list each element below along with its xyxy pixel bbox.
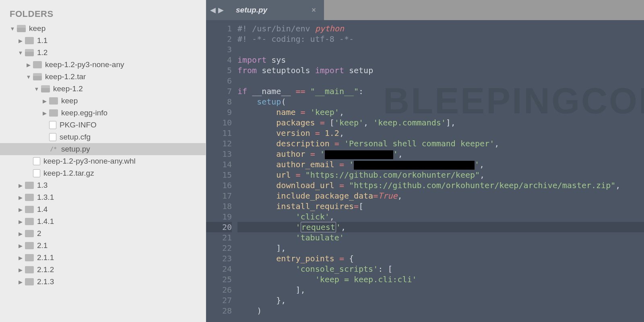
tree-item-1-2[interactable]: 1.2 [0,47,206,59]
code-text: request [301,222,336,232]
disclosure-arrow-icon[interactable] [10,26,15,31]
line-number[interactable]: 14 [206,159,232,170]
line-number[interactable]: 6 [206,76,232,86]
disclosure-arrow-icon[interactable] [18,267,23,273]
code-body[interactable]: #! /usr/bin/env python #! -*- coding: ut… [237,23,644,322]
disclosure-arrow-icon[interactable] [26,62,31,68]
tree-item-keep-1-2-tar[interactable]: keep-1.2.tar [0,71,206,83]
disclosure-arrow-icon[interactable] [18,243,23,248]
tree-item-label: keep [29,24,45,33]
disclosure-arrow-icon[interactable] [18,38,23,43]
nav-back-icon[interactable]: ◀ [210,6,216,14]
line-number[interactable]: 3 [206,44,232,55]
redacted-email [354,161,475,170]
code-container[interactable]: 1234567891011121314151617181920212223242… [206,20,644,322]
close-icon[interactable]: × [312,6,316,14]
code-text: name [276,107,295,117]
disclosure-arrow-icon[interactable] [18,50,23,55]
line-number[interactable]: 13 [206,149,232,159]
tree-item-keep[interactable]: keep [0,95,206,107]
tree-item-1-3[interactable]: 1.3 [0,179,206,191]
line-number[interactable]: 8 [206,96,232,107]
line-number[interactable]: 1 [206,23,232,34]
line-number[interactable]: 10 [206,117,232,128]
code-text: import [237,55,266,65]
code-text: "https://github.com/orkohunter/keep" [305,170,480,180]
folder-open-icon [33,73,42,80]
line-number[interactable]: 23 [206,253,232,264]
tree-item-label: keep [61,96,78,105]
code-text: setup [344,66,373,75]
tree-item-keep-egg-info[interactable]: keep.egg-info [0,107,206,119]
disclosure-arrow-icon[interactable] [26,74,31,80]
line-number[interactable]: 27 [206,295,232,306]
tree-item-label: 2 [37,229,41,238]
line-number[interactable]: 11 [206,128,232,138]
line-number[interactable]: 5 [206,65,232,76]
tree-item-2[interactable]: 2 [0,228,206,240]
disclosure-arrow-icon[interactable] [18,231,23,236]
disclosure-arrow-icon[interactable] [18,183,23,188]
disclosure-arrow-icon[interactable] [18,195,23,200]
tree-item-label: 2.1.3 [37,277,54,286]
tab-setup-py[interactable]: setup.py × [228,0,324,20]
tree-item-2-1[interactable]: 2.1 [0,240,206,252]
tree-item-label: keep-1.2.tar [45,72,86,81]
tree-item-2-1-3[interactable]: 2.1.3 [0,276,206,288]
line-number[interactable]: 2 [206,34,232,44]
nav-arrows: ◀ ▶ [206,0,228,20]
line-number[interactable]: 24 [206,264,232,274]
line-number[interactable]: 7 [206,86,232,96]
line-number[interactable]: 28 [206,306,232,316]
code-text: python [315,24,344,33]
disclosure-arrow-icon[interactable] [18,255,23,260]
code-text: description [276,139,329,148]
line-number[interactable]: 20 [206,222,232,232]
line-number[interactable]: 21 [206,232,232,243]
folder-icon [33,61,42,68]
disclosure-arrow-icon[interactable] [18,207,23,212]
code-text: 'Personal shell command keeper' [344,139,494,148]
tree-item-label: keep.egg-info [61,109,107,117]
line-number[interactable]: 9 [206,107,232,117]
tree-item-setup-py[interactable]: /*setup.py [0,143,206,155]
folder-icon [25,218,34,225]
line-number[interactable]: 26 [206,285,232,295]
tree-item-2-1-2[interactable]: 2.1.2 [0,264,206,276]
folder-icon [25,266,34,273]
tree-item-keep-1-2[interactable]: keep-1.2 [0,83,206,95]
line-number[interactable]: 25 [206,274,232,285]
line-number[interactable]: 17 [206,191,232,201]
disclosure-arrow-icon[interactable] [34,86,39,92]
tree-item-2-1-1[interactable]: 2.1.1 [0,252,206,264]
tree-item-keep[interactable]: keep [0,23,206,35]
tree-item-pkg-info[interactable]: PKG-INFO [0,119,206,131]
disclosure-arrow-icon[interactable] [18,279,23,285]
line-number[interactable]: 16 [206,180,232,191]
line-number[interactable]: 4 [206,55,232,65]
disclosure-arrow-icon[interactable] [42,98,47,104]
tree-item-1-1[interactable]: 1.1 [0,35,206,47]
folder-icon [25,194,34,201]
code-text: import [315,66,344,75]
tree-item-1-3-1[interactable]: 1.3.1 [0,191,206,203]
code-text: entry_points [276,254,334,263]
line-number[interactable]: 15 [206,170,232,180]
line-number[interactable]: 12 [206,138,232,149]
tree-item-setup-cfg[interactable]: setup.cfg [0,131,206,143]
nav-forward-icon[interactable]: ▶ [218,6,224,14]
line-number[interactable]: 18 [206,201,232,211]
tree-item-keep-1-2-py3-none-any-whl[interactable]: keep-1.2-py3-none-any.whl [0,155,206,167]
tree-item-label: keep-1.2.tar.gz [43,169,94,178]
disclosure-arrow-icon[interactable] [18,219,23,224]
code-text: 'console_scripts' [296,264,378,274]
tree-item-keep-1-2-py3-none-any[interactable]: keep-1.2-py3-none-any [0,59,206,71]
tree-item-1-4-1[interactable]: 1.4.1 [0,215,206,228]
tree-item-1-4[interactable]: 1.4 [0,203,206,215]
line-number[interactable]: 22 [206,243,232,253]
disclosure-arrow-icon[interactable] [42,110,47,116]
folder-open-icon [41,85,50,92]
code-text: download_url [276,180,334,190]
tree-item-keep-1-2-tar-gz[interactable]: keep-1.2.tar.gz [0,167,206,179]
line-number[interactable]: 19 [206,211,232,222]
